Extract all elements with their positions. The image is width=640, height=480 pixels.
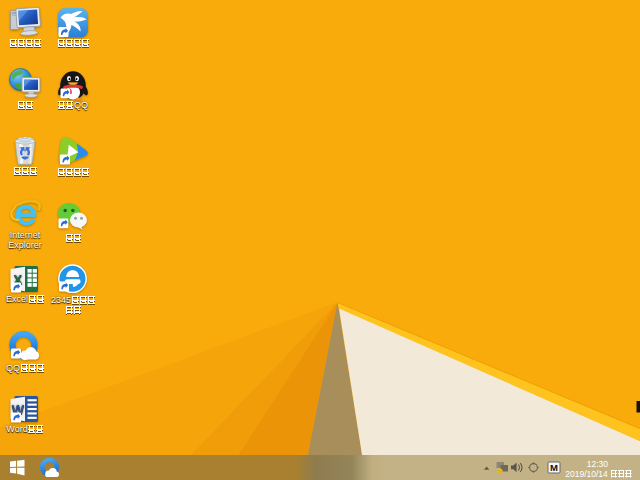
svg-text:M: M	[550, 462, 558, 473]
